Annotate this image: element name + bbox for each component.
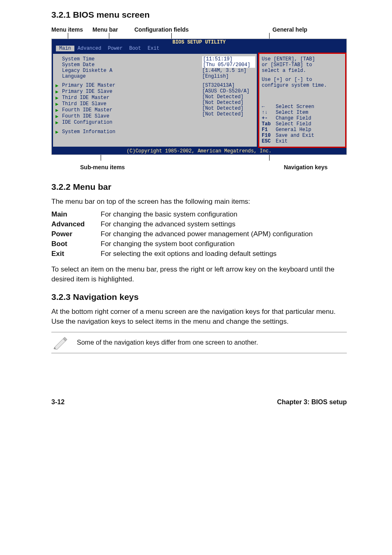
bottom-callout-labels: Sub-menu items Navigation keys (51, 164, 347, 170)
nav-key-desc: Select Field (276, 121, 311, 127)
bios-tab-power[interactable]: Power (104, 46, 126, 51)
nav-key: F1 (262, 127, 276, 133)
help-text: Use [+] or [-] to (262, 77, 343, 83)
bios-tab-boot[interactable]: Boot (126, 46, 144, 51)
menubar-outro-text: To select an item on the menu bar, press… (51, 265, 347, 284)
bios-value: [Not Detected] (202, 106, 255, 111)
bios-item[interactable]: System Time (62, 56, 200, 62)
bios-value: [ST320413A] (202, 83, 255, 88)
page-footer: 3-12 Chapter 3: BIOS setup (51, 398, 347, 416)
bios-item[interactable]: Third IDE Slave (62, 101, 200, 107)
bios-item[interactable]: Primary IDE Slave (62, 89, 200, 95)
section-3-2-3-title: 3.2.3 Navigation keys (51, 292, 347, 302)
bios-tab-exit[interactable]: Exit (144, 46, 163, 51)
bios-tab-advanced[interactable]: Advanced (74, 46, 105, 51)
callout-ticks-bottom (51, 155, 347, 161)
top-callout-labels: Menu items Menu bar Configuration fields… (51, 26, 347, 33)
section-3-2-1-title: 3.2.1 BIOS menu screen (51, 10, 347, 20)
note-box: Some of the navigation keys differ from … (51, 332, 347, 353)
bios-item[interactable]: Language (62, 74, 200, 79)
bios-item[interactable]: IDE Configuration (62, 120, 200, 126)
bios-value: [Not Detected] (202, 94, 255, 100)
help-text: Use [ENTER], [TAB] (262, 56, 343, 62)
menu-desc: For changing the basic system configurat… (101, 210, 313, 220)
bios-item[interactable]: Fourth IDE Master (62, 107, 200, 113)
bios-window: BIOS SETUP UTILITY MainAdvancedPowerBoot… (51, 39, 347, 155)
menubar-intro-text: The menu bar on top of the screen has th… (51, 197, 347, 206)
bios-value: [Not Detected] (202, 100, 255, 106)
bios-tab-main[interactable]: Main (56, 46, 74, 51)
bios-item[interactable]: Third IDE Master (62, 95, 200, 101)
bios-item[interactable]: System Date (62, 62, 200, 68)
bios-value: [ASUS CD-S520/A] (202, 88, 255, 94)
label-config-fields: Configuration fields (134, 26, 233, 33)
submenu-arrow-icon: ▶ (55, 95, 62, 101)
submenu-arrow-icon: ▶ (55, 129, 62, 135)
bios-value[interactable]: [Thu 05/07/2004] (202, 62, 255, 68)
label-navigation-keys: Navigation keys (265, 164, 347, 170)
bios-left-panel: System Time System Date Legacy Diskette … (52, 53, 201, 148)
submenu-arrow-icon: ▶ (55, 107, 62, 113)
nav-key-desc: Select Item (276, 110, 308, 115)
submenu-arrow-icon: ▶ (55, 120, 62, 126)
bios-value[interactable]: [1.44M, 3.5 in] (202, 68, 255, 74)
menu-key: Boot (51, 240, 101, 250)
label-general-help: General help (233, 26, 347, 33)
menu-key: Advanced (51, 220, 101, 230)
label-menu-bar: Menu bar (92, 26, 134, 33)
chapter-title: Chapter 3: BIOS setup (277, 398, 347, 406)
navigation-keys-panel: ←Select Screen ↑↓Select Item +-Change Fi… (262, 104, 343, 144)
table-row: BootFor changing the system boot configu… (51, 240, 313, 250)
label-menu-items: Menu items (51, 26, 92, 33)
bios-value: [Not Detected] (202, 111, 255, 117)
bios-values-panel: [11:51:19] [Thu 05/07/2004] [1.44M, 3.5 … (201, 53, 258, 148)
help-text: or [SHIFT-TAB] to (262, 62, 343, 68)
submenu-arrow-icon: ▶ (55, 101, 62, 107)
bios-value-selected[interactable]: [11:51:19] (202, 56, 255, 62)
help-text: select a field. (262, 68, 343, 74)
nav-key-desc: Save and Exit (276, 133, 314, 138)
bios-help-panel: Use [ENTER], [TAB] or [SHIFT-TAB] to sel… (258, 53, 346, 148)
menu-description-table: MainFor changing the basic system config… (51, 210, 313, 260)
submenu-arrow-icon: ▶ (55, 89, 62, 95)
submenu-arrow-icon: ▶ (55, 83, 62, 89)
nav-key: Tab (262, 121, 276, 127)
bios-copyright: (C)Copyright 1985-2002, American Megatre… (52, 148, 346, 154)
menu-desc: For changing the system boot configurati… (101, 240, 313, 250)
help-text: configure system time. (262, 83, 343, 88)
callout-ticks (51, 33, 347, 39)
bios-menubar: MainAdvancedPowerBootExit (52, 45, 346, 53)
page-number: 3-12 (51, 398, 65, 406)
nav-key: +- (262, 115, 276, 121)
table-row: PowerFor changing the advanced power man… (51, 230, 313, 240)
menu-key: Power (51, 230, 101, 240)
submenu-arrow-icon: ▶ (55, 113, 62, 120)
pencil-icon (53, 336, 69, 350)
menu-desc: For changing the advanced system setting… (101, 220, 313, 230)
table-row: MainFor changing the basic system config… (51, 210, 313, 220)
nav-key: ESC (262, 138, 276, 144)
navigation-keys-text: At the bottom right corner of a menu scr… (51, 307, 347, 326)
bios-item[interactable]: Fourth IDE Slave (62, 113, 200, 120)
menu-key: Main (51, 210, 101, 220)
bios-value[interactable]: [English] (202, 74, 255, 79)
section-3-2-2-title: 3.2.2 Menu bar (51, 182, 347, 192)
bios-body: System Time System Date Legacy Diskette … (52, 53, 346, 148)
nav-key-desc: Change Field (276, 115, 311, 121)
menu-key: Exit (51, 250, 101, 260)
nav-key: ← (262, 104, 276, 110)
table-row: ExitFor selecting the exit options and l… (51, 250, 313, 260)
nav-key-desc: Exit (276, 138, 288, 144)
nav-key-desc: Select Screen (276, 104, 314, 110)
bios-item[interactable]: Primary IDE Master (62, 83, 200, 89)
nav-key: F10 (262, 133, 276, 138)
bios-title: BIOS SETUP UTILITY (52, 39, 346, 45)
bios-item[interactable]: Legacy Diskette A (62, 68, 200, 74)
nav-key-desc: General Help (276, 127, 311, 133)
table-row: AdvancedFor changing the advanced system… (51, 220, 313, 230)
menu-desc: For changing the advanced power manageme… (101, 230, 313, 240)
bios-item[interactable]: System Information (62, 129, 200, 135)
label-submenu-items: Sub-menu items (80, 164, 125, 170)
menu-desc: For selecting the exit options and loadi… (101, 250, 313, 260)
note-text: Some of the navigation keys differ from … (77, 339, 258, 346)
